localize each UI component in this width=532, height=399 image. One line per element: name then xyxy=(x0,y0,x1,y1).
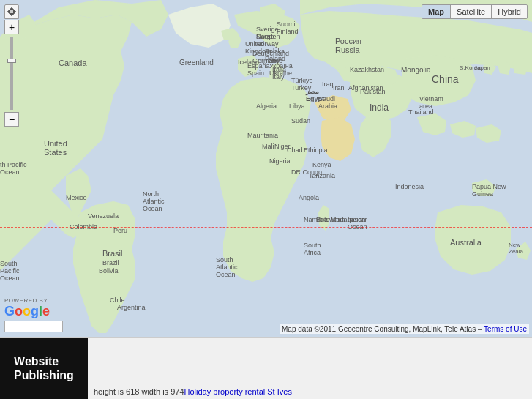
status-text: height is 618 width is 974Holiday proper… xyxy=(94,387,526,396)
label-south-pacific: SouthPacificOcean xyxy=(0,260,20,282)
google-logo-area: POWERED BY Google xyxy=(4,297,63,332)
label-thailand: Thailand xyxy=(408,108,434,116)
powered-by-text: POWERED BY xyxy=(4,297,48,304)
label-pakistan: Pakistan xyxy=(360,88,386,95)
zoom-slider-track[interactable] xyxy=(10,37,13,110)
map-container[interactable]: Canada UnitedStates Mexico BrasilBrazil … xyxy=(0,0,532,337)
label-chile: Chile xyxy=(110,297,125,304)
label-ethiopia: Ethiopia xyxy=(304,146,328,154)
label-kazakhstan: Kazakhstan xyxy=(350,66,384,73)
zoom-in-button[interactable]: + xyxy=(4,20,19,34)
label-mongolia: Mongolia xyxy=(401,66,431,74)
label-nth-pacific: th PacificOcean xyxy=(0,161,27,176)
label-sudan: Sudan xyxy=(291,117,310,124)
google-search-input[interactable] xyxy=(4,321,63,332)
label-mali: Mali xyxy=(262,143,274,150)
label-south-africa: SouthAfrica xyxy=(304,242,321,256)
wp-line2: Publishing xyxy=(14,368,74,382)
label-mauritania: Mauritania xyxy=(247,132,278,139)
label-china: China xyxy=(432,73,459,85)
svg-rect-5 xyxy=(10,10,13,13)
label-suomi: SuomiFinland xyxy=(277,20,299,35)
label-brasil: BrasilBrazil xyxy=(102,249,123,266)
label-algeria: Algeria xyxy=(256,102,277,110)
label-papua: Papua NewGuinea xyxy=(472,183,506,198)
label-bolivia: Bolivia xyxy=(99,267,119,275)
label-united-states: UnitedStates xyxy=(44,139,67,157)
attribution-text: Map data ©2011 Geocentre Consulting, Map… xyxy=(282,325,484,333)
label-sth-atlantic: SouthAtlanticOcean xyxy=(216,256,238,278)
label-mexico: Mexico xyxy=(66,194,87,201)
zoom-nav-arrows[interactable] xyxy=(4,4,19,19)
label-france: France xyxy=(262,57,282,64)
label-iceland: Iceland xyxy=(238,59,259,66)
label-venezuela: Venezuela xyxy=(88,212,119,220)
label-indian-ocean: IndianOcean xyxy=(348,216,367,231)
wp-logo-text: Website Publishing xyxy=(14,354,74,382)
label-japan: Japan xyxy=(474,64,490,71)
label-angola: Angola xyxy=(299,194,319,201)
dashed-line xyxy=(0,227,532,228)
terms-of-use-link[interactable]: Terms of Use xyxy=(484,325,527,333)
zoom-slider-thumb[interactable] xyxy=(7,59,16,63)
label-kenya: Kenya xyxy=(312,161,331,168)
label-tanzania: Tanzania xyxy=(309,172,335,179)
label-nth-atlantic: NorthAtlanticOcean xyxy=(143,190,165,212)
holiday-link[interactable]: Holiday property rental St Ives xyxy=(184,387,292,396)
zoom-out-button[interactable]: − xyxy=(4,112,19,127)
label-nigeria: Nigeria xyxy=(269,157,291,165)
zoom-controls: + − xyxy=(4,4,19,127)
label-iran: Iran xyxy=(333,84,345,92)
label-indonesia: Indonesia xyxy=(395,183,424,190)
label-chad: Chad xyxy=(287,146,303,154)
label-russia: РоссияRussia xyxy=(335,37,361,54)
label-greenland: Greenland xyxy=(179,59,214,67)
label-libya: Libya xyxy=(289,102,305,110)
label-italy: ItaliaItaly xyxy=(272,66,286,81)
label-peru: Peru xyxy=(113,227,127,234)
label-new-zealand: NewZeala... xyxy=(509,242,528,255)
map-attribution: Map data ©2011 Geocentre Consulting, Map… xyxy=(280,324,529,334)
bottom-bar: Website Publishing height is 618 width i… xyxy=(0,337,532,399)
label-india: India xyxy=(370,102,389,113)
wp-line1: Website xyxy=(14,354,74,368)
map-type-controls: Map Satellite Hybrid xyxy=(422,4,528,19)
label-vietnam-area: Vietnamarea xyxy=(419,95,443,110)
website-publishing-logo: Website Publishing xyxy=(0,338,88,399)
label-argentina: Argentina xyxy=(117,304,146,311)
status-area: height is 618 width is 974Holiday proper… xyxy=(88,338,532,399)
label-australia: Australia xyxy=(450,238,482,247)
map-type-satellite-button[interactable]: Satellite xyxy=(451,5,492,18)
map-type-hybrid-button[interactable]: Hybrid xyxy=(492,5,527,18)
google-logo: Google xyxy=(4,304,50,319)
label-iraq: Iraq xyxy=(322,81,334,88)
label-egypt: مصرEgypt xyxy=(306,88,324,102)
map-type-map-button[interactable]: Map xyxy=(422,5,451,18)
label-canada: Canada xyxy=(59,59,87,67)
height-width-text: height is 618 width is 974 xyxy=(94,387,184,396)
